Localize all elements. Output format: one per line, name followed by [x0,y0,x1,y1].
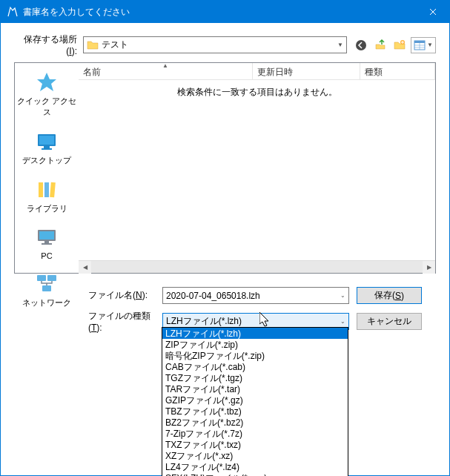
filetype-option[interactable]: GZIPファイル(*.gz) [162,394,348,406]
folder-icon [87,39,99,51]
close-button[interactable] [416,1,449,23]
window-title: 書庫名を入力してください [23,6,416,19]
network-icon [35,272,59,296]
filetype-option[interactable]: 7-Zipファイル(*.7z) [162,428,348,439]
svg-rect-17 [42,243,52,245]
quick-access-icon [35,70,59,94]
svg-rect-11 [39,182,43,197]
svg-rect-19 [47,275,56,281]
column-date[interactable]: 更新日時 [253,63,360,79]
place-network[interactable]: ネットワーク [15,269,79,314]
filetype-option[interactable]: 暗号化ZIPファイル(*.zip) [162,350,348,361]
sort-asc-icon: ▲ [162,62,168,69]
chevron-down-icon: ▼ [337,42,343,48]
svg-rect-9 [44,146,50,148]
svg-rect-8 [39,136,54,145]
svg-rect-3 [414,41,425,43]
place-quick-access[interactable]: クイック アクセス [15,67,79,124]
place-libraries[interactable]: ライブラリ [15,175,79,220]
filetype-option[interactable]: TXZファイル(*.txz) [162,439,348,450]
save-dialog: 書庫名を入力してください 保存する場所(I): テスト ▼ [0,0,450,476]
column-type[interactable]: 種類 [360,63,435,79]
location-row: 保存する場所(I): テスト ▼ [14,33,436,56]
filetype-option[interactable]: SFX(LZH)ファイル(*.exe) [162,472,348,476]
column-headers: ▲ 名前 更新日時 種類 [79,63,435,80]
horizontal-scrollbar[interactable]: ◀ ▶ [79,260,435,273]
filetype-option[interactable]: LZHファイル(*.lzh) [162,328,348,339]
chevron-down-icon: ⌄ [340,292,345,299]
svg-rect-13 [50,182,56,197]
new-folder-button[interactable] [391,37,408,53]
filetype-option[interactable]: CABファイル(*.cab) [162,361,348,372]
back-button[interactable] [353,37,369,53]
filetype-option[interactable]: TGZファイル(*.tgz) [162,372,348,383]
libraries-icon [35,178,59,202]
location-label: 保存する場所(I): [14,33,77,56]
desktop-icon [35,130,59,153]
main-area: クイック アクセス デスクトップ ライブラリ [14,62,436,274]
svg-rect-20 [42,285,51,291]
filename-input[interactable]: 2020-07-04_065018.lzh ⌄ [162,287,349,304]
column-name[interactable]: ▲ 名前 [79,63,253,79]
filetype-option[interactable]: LZ4ファイル(*.lz4) [162,461,348,472]
scroll-left-button[interactable]: ◀ [79,261,91,274]
svg-point-0 [356,40,366,50]
chevron-down-icon: ▼ [427,42,433,48]
toolbar: ▼ [353,37,436,53]
filetype-option[interactable]: BZ2ファイル(*.bz2) [162,417,348,428]
place-pc[interactable]: PC [15,223,79,266]
filetype-dropdown[interactable]: LZHファイル(*.lzh)ZIPファイル(*.zip)暗号化ZIPファイル(*… [162,327,348,476]
up-button[interactable] [372,37,388,53]
cancel-button[interactable]: キャンセル [357,313,422,330]
location-combo[interactable]: テスト ▼ [83,36,347,53]
filetype-option[interactable]: TBZファイル(*.tbz) [162,406,348,417]
filename-label: ファイル名(N): [88,289,162,302]
filetype-option[interactable]: XZファイル(*.xz) [162,450,348,461]
svg-rect-15 [39,231,54,239]
empty-message: 検索条件に一致する項目はありません。 [79,80,435,99]
svg-rect-16 [44,241,49,243]
scroll-right-button[interactable]: ▶ [423,261,435,274]
chevron-down-icon: ⌄ [340,318,345,325]
save-button[interactable]: 保存(S) [357,287,422,304]
place-desktop[interactable]: デスクトップ [15,127,79,172]
filetype-option[interactable]: TARファイル(*.tar) [162,383,348,394]
svg-rect-10 [42,148,52,150]
app-icon [7,6,19,18]
places-bar: クイック アクセス デスクトップ ライブラリ [15,63,79,273]
file-list[interactable]: ▲ 名前 更新日時 種類 検索条件に一致する項目はありません。 ◀ ▶ [79,63,435,273]
svg-rect-18 [37,275,46,281]
titlebar: 書庫名を入力してください [1,1,449,23]
svg-rect-12 [44,182,49,197]
scroll-track[interactable] [91,261,423,273]
location-text: テスト [102,39,128,51]
filetype-option[interactable]: ZIPファイル(*.zip) [162,339,348,350]
view-menu-button[interactable]: ▼ [411,37,436,53]
pc-icon [35,226,59,250]
filetype-label: ファイルの種類(T): [88,310,162,333]
